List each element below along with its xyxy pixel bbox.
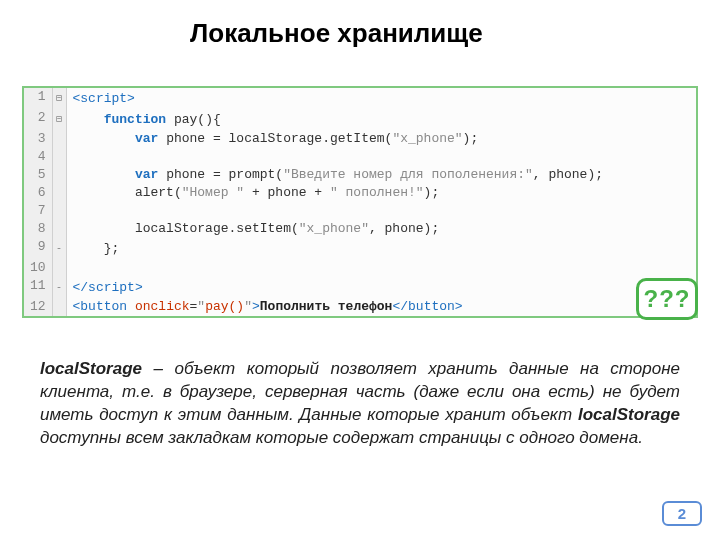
code-line: 7: [24, 202, 696, 220]
line-number: 5: [24, 166, 52, 184]
fold-gutter: [52, 166, 66, 184]
code-block: 1⊟<script>2⊟ function pay(){3 var phone …: [22, 86, 698, 318]
code-source: [66, 148, 696, 166]
fold-gutter: [52, 148, 66, 166]
code-source: </script>: [66, 277, 696, 298]
page-number-badge: 2: [662, 501, 702, 526]
page-title: Локальное хранилище: [190, 18, 483, 49]
fold-gutter: -: [52, 277, 66, 298]
line-number: 7: [24, 202, 52, 220]
line-number: 9: [24, 238, 52, 259]
code-source: var phone = localStorage.getItem("x_phon…: [66, 130, 696, 148]
fold-gutter: [52, 130, 66, 148]
code-line: 3 var phone = localStorage.getItem("x_ph…: [24, 130, 696, 148]
line-number: 1: [24, 88, 52, 109]
code-line: 11-</script>: [24, 277, 696, 298]
code-source: };: [66, 238, 696, 259]
code-line: 9- };: [24, 238, 696, 259]
fold-gutter: -: [52, 238, 66, 259]
line-number: 2: [24, 109, 52, 130]
fold-gutter: [52, 259, 66, 277]
fold-gutter: [52, 184, 66, 202]
code-source: localStorage.setItem("x_phone", phone);: [66, 220, 696, 238]
code-line: 10: [24, 259, 696, 277]
fold-gutter: [52, 298, 66, 316]
code-source: [66, 202, 696, 220]
code-table: 1⊟<script>2⊟ function pay(){3 var phone …: [24, 88, 696, 316]
code-line: 5 var phone = prompt("Введите номер для …: [24, 166, 696, 184]
code-source: [66, 259, 696, 277]
description-paragraph: localStorage – объект который позволяет …: [40, 358, 680, 450]
line-number: 4: [24, 148, 52, 166]
code-source: <script>: [66, 88, 696, 109]
code-line: 4: [24, 148, 696, 166]
code-source: var phone = prompt("Введите номер для по…: [66, 166, 696, 184]
description-fragment: localStorage: [40, 359, 142, 378]
line-number: 8: [24, 220, 52, 238]
line-number: 3: [24, 130, 52, 148]
code-line: 2⊟ function pay(){: [24, 109, 696, 130]
code-line: 1⊟<script>: [24, 88, 696, 109]
question-badge: ???: [636, 278, 698, 320]
code-source: <button onclick="pay()">Пополнить телефо…: [66, 298, 696, 316]
code-source: alert("Номер " + phone + " пополнен!");: [66, 184, 696, 202]
code-source: function pay(){: [66, 109, 696, 130]
line-number: 10: [24, 259, 52, 277]
fold-gutter: [52, 202, 66, 220]
description-fragment: localStorage: [578, 405, 680, 424]
line-number: 6: [24, 184, 52, 202]
code-line: 8 localStorage.setItem("x_phone", phone)…: [24, 220, 696, 238]
code-line: 6 alert("Номер " + phone + " пополнен!")…: [24, 184, 696, 202]
description-fragment: доступны всем закладкам которые содержат…: [40, 428, 643, 447]
fold-gutter: ⊟: [52, 88, 66, 109]
line-number: 11: [24, 277, 52, 298]
code-line: 12<button onclick="pay()">Пополнить теле…: [24, 298, 696, 316]
fold-gutter: [52, 220, 66, 238]
fold-gutter: ⊟: [52, 109, 66, 130]
line-number: 12: [24, 298, 52, 316]
